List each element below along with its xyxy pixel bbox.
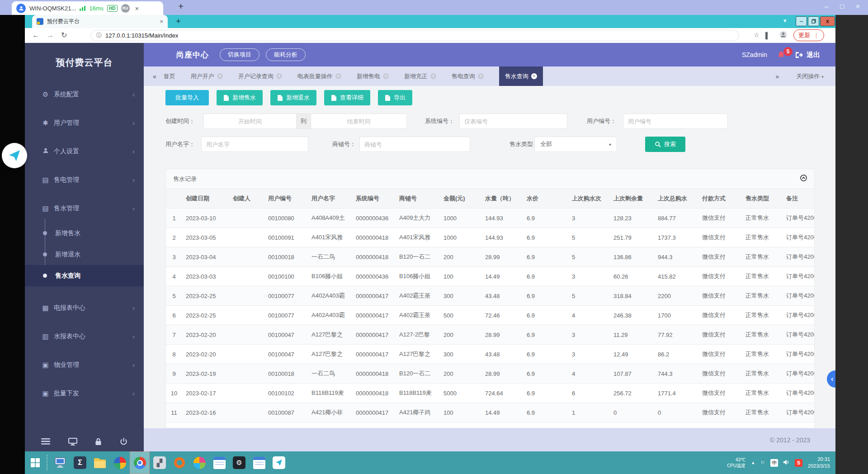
notification-bell[interactable]: 5	[777, 51, 785, 59]
todesk-floating-ball[interactable]	[2, 143, 27, 168]
water-type-select[interactable]: 全部 ▾	[534, 137, 617, 152]
sidebar-subitem-water-sale-query[interactable]: 售水查询	[25, 265, 144, 286]
energy-analysis-button[interactable]: 能耗分析	[266, 48, 306, 61]
browser-update-button[interactable]: 更新 ⋮	[793, 29, 824, 41]
tab-account-record-query[interactable]: 开户记录查询×	[238, 66, 282, 86]
speaker-icon[interactable]	[783, 460, 789, 466]
tab-close-icon[interactable]: ×	[217, 73, 223, 79]
tab-home[interactable]: 首页	[164, 66, 175, 86]
sidebar-subitem-new-water-sale[interactable]: 新增售水	[25, 223, 144, 244]
profile-avatar-icon[interactable]	[779, 31, 787, 39]
taskbar-app-device-manager[interactable]	[50, 451, 70, 474]
taskbar-app-window-1[interactable]	[209, 451, 229, 474]
address-bar[interactable]: ⓘ 127.0.0.1:10315/Main/Index	[90, 30, 739, 41]
batch-import-button[interactable]: 批量导入	[165, 90, 209, 105]
table-row[interactable]: 12023-03-1000100080A408A409土0000000436A4…	[166, 209, 814, 228]
table-header-cell[interactable]: 金额(元)	[440, 189, 481, 209]
taskbar-app-file-explorer[interactable]	[90, 451, 110, 474]
browser-minimize-button[interactable]: –	[796, 16, 807, 26]
table-header-cell[interactable]: 水量（吨）	[481, 189, 523, 209]
user-name-input[interactable]	[201, 137, 308, 152]
taskbar-app-window-2[interactable]	[249, 451, 269, 474]
table-header-cell[interactable]: 商铺号	[396, 189, 440, 209]
tabs-scroll-right-icon[interactable]: »	[776, 73, 779, 80]
taskbar-app-gray-tool[interactable]: ▞	[150, 451, 170, 474]
sogou-icon[interactable]: S	[795, 459, 802, 467]
table-row[interactable]: 82023-02-2000100047A127巴黎之0000000417A127…	[166, 345, 814, 364]
remote-session-tab[interactable]: WIN-OQMSK21... 16ms HD RU ×	[12, 1, 163, 15]
table-row[interactable]: 42023-03-0300100100B106滕小姐0000000436B106…	[166, 267, 814, 286]
system-no-input[interactable]	[459, 114, 567, 129]
logout-button[interactable]: 退出	[795, 51, 820, 59]
sidebar-item-personal-settings[interactable]: 个人设置 ‹	[25, 137, 144, 166]
sidebar-item-water-report-center[interactable]: ▥ 水报表中心 ‹	[25, 322, 144, 351]
table-header-cell[interactable]: 备注	[783, 189, 814, 209]
sidebar-subitem-water-refund[interactable]: 新增退水	[25, 244, 144, 265]
browser-tab[interactable]: 预付费云平台 ×	[32, 15, 168, 28]
new-water-sale-button[interactable]: 新增售水	[217, 90, 263, 105]
collapse-panel-icon[interactable]	[800, 175, 807, 183]
back-icon[interactable]: ←	[32, 32, 39, 39]
browser-new-tab-button[interactable]: +	[176, 16, 181, 26]
tab-new-reversal[interactable]: 新增充正×	[404, 66, 436, 86]
water-refund-button[interactable]: 新增退水	[270, 90, 316, 105]
sidebar-item-user-management[interactable]: ✱ 用户管理 ‹	[25, 109, 144, 137]
view-details-button[interactable]: 查看详细	[324, 90, 370, 105]
sidebar-item-water-sale[interactable]: ▤ 售水管理 ‹	[25, 194, 144, 223]
table-header-cell[interactable]: 水价	[523, 189, 568, 209]
lock-icon[interactable]	[95, 438, 102, 446]
remote-tab-close-icon[interactable]: ×	[135, 5, 139, 12]
browser-menu-dots-icon[interactable]: ⋮	[813, 32, 819, 39]
sidebar-item-system-config[interactable]: ⚙ 系统配置 ‹	[25, 80, 144, 109]
tab-new-electricity-sale[interactable]: 新增售电×	[357, 66, 389, 86]
hd-quality-badge[interactable]: HD	[107, 5, 117, 12]
taskbar-grip[interactable]	[47, 455, 47, 470]
tab-close-icon[interactable]: ×	[430, 73, 436, 79]
table-header-cell[interactable]: 上次购水次	[568, 189, 610, 209]
side-panel-icon[interactable]	[767, 33, 768, 39]
user-no-input[interactable]	[623, 114, 728, 129]
tab-water-sale-query[interactable]: 售水查询×	[499, 66, 543, 86]
remote-new-tab-button[interactable]: +	[178, 1, 184, 12]
table-row[interactable]: 22023-03-0500100091A401宋风雅0000000418A401…	[166, 228, 814, 247]
hidden-icons-chevron[interactable]: ▲	[751, 461, 755, 465]
sidebar-item-property-management[interactable]: ▣ 物业管理 ‹	[25, 351, 144, 379]
table-header-cell[interactable]: 上次剩余量	[610, 189, 654, 209]
search-button[interactable]: 搜索	[645, 137, 685, 152]
input-method-icon[interactable]: 中	[770, 459, 778, 467]
table-row[interactable]: 72023-02-2000100047A127巴黎之0000000417A127…	[166, 325, 814, 345]
table-row[interactable]: 32023-03-0400100018一石二鸟0000000418B120一石二…	[166, 247, 814, 267]
table-header-cell[interactable]: 系统编号	[352, 189, 396, 209]
tab-meter-batch-ops[interactable]: 电表批量操作×	[297, 66, 341, 86]
tab-account-opening[interactable]: 用户开户×	[191, 66, 223, 86]
tabs-scroll-left-icon[interactable]: «	[153, 73, 156, 80]
table-row[interactable]: 112023-02-1600100087A421椰小菲0000000417A42…	[166, 403, 814, 422]
browser-tab-close-icon[interactable]: ×	[160, 18, 163, 25]
flag-icon[interactable]: ⚐	[760, 460, 765, 465]
site-info-icon[interactable]: ⓘ	[96, 32, 102, 39]
start-button[interactable]	[25, 451, 46, 474]
table-row[interactable]: 102023-02-1700100102B118B119麦0000000418B…	[166, 384, 814, 403]
export-button[interactable]: 导出	[378, 90, 412, 105]
power-icon[interactable]	[120, 438, 127, 446]
taskbar-app-todesk[interactable]	[269, 451, 289, 474]
taskbar-app-sigma[interactable]: Σ	[70, 451, 90, 474]
sidebar-item-batch-dispatch[interactable]: ▣ 批量下发 ‹	[25, 379, 144, 408]
sidebar-item-electricity-report-center[interactable]: ▦ 电报表中心 ‹	[25, 294, 144, 322]
tab-close-icon[interactable]: ×	[531, 73, 537, 79]
remote-restore-button[interactable]: □	[840, 2, 844, 10]
close-operations-dropdown[interactable]: 关闭操作 ▾	[796, 72, 824, 81]
bookmark-star-icon[interactable]: ☆	[754, 32, 760, 38]
table-row[interactable]: 62023-02-2500100077A402A403霸0000000417A4…	[166, 306, 814, 325]
hamburger-menu-icon[interactable]	[41, 438, 50, 445]
start-time-input[interactable]	[203, 114, 297, 129]
switch-project-button[interactable]: 切换项目	[220, 48, 259, 61]
table-header-cell[interactable]: 用户编号	[264, 189, 308, 209]
monitor-icon[interactable]	[68, 438, 77, 446]
table-row[interactable]: 52023-02-2500100077A402A403霸0000000417A4…	[166, 286, 814, 306]
tab-close-icon[interactable]: ×	[335, 73, 341, 79]
tab-close-icon[interactable]: ×	[478, 73, 484, 79]
table-header-cell[interactable]: 付款方式	[698, 189, 742, 209]
tab-close-icon[interactable]: ×	[276, 73, 282, 79]
taskbar-app-orange-browser[interactable]	[170, 451, 189, 474]
